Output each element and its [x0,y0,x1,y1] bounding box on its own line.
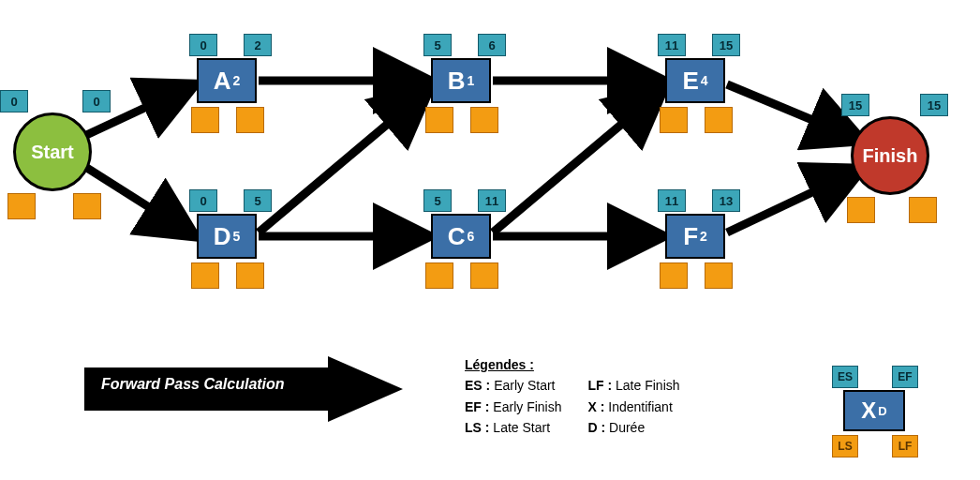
node-b-ls [425,107,453,133]
node-a: A 2 [197,58,257,103]
node-d-ef: 5 [244,189,272,212]
node-finish: Finish [851,116,929,195]
forward-pass-label: Forward Pass Calculation [101,376,285,393]
node-d-lf [236,262,264,289]
leg-x: X : Indentifiant [587,397,679,417]
edge-c-e [493,89,663,232]
node-c: C 6 [431,214,491,259]
node-finish-label: Finish [863,145,918,167]
node-a-duration: 2 [232,73,240,88]
node-f-duration: 2 [700,229,707,244]
node-a-ls [191,107,219,133]
node-f-label: F [683,224,698,248]
legend-sample-name: X [861,398,876,424]
legend-sample-duration: D [878,404,886,418]
legend-sample-ls: LS [832,435,858,458]
node-a-es: 0 [189,34,217,56]
node-b: B 1 [431,58,491,103]
edge-d-b [259,89,429,232]
node-f-es: 11 [658,189,686,212]
node-b-es: 5 [423,34,452,56]
node-d-ls [191,262,219,289]
node-f-ls [660,262,688,289]
node-e-duration: 4 [701,73,708,88]
node-b-ef: 6 [478,34,506,56]
node-finish-ls [847,197,875,223]
node-e-lf [705,107,733,133]
node-e-ef: 15 [712,34,740,56]
node-e: E 4 [665,58,725,103]
legend: Légendes : ES : Early Start EF : Early F… [465,354,680,439]
node-a-ef: 2 [244,34,272,56]
node-finish-ef: 15 [920,94,948,116]
node-c-label: C [448,224,466,248]
node-e-label: E [682,68,698,93]
leg-ls: LS : Late Start [465,417,561,438]
node-start-label: Start [31,142,74,163]
node-d-duration: 5 [232,229,240,244]
legend-sample-es: ES [832,366,858,388]
node-d: D 5 [197,214,257,259]
node-d-label: D [214,224,231,248]
node-b-lf [470,107,498,133]
leg-d: D : Durée [587,417,679,438]
leg-es: ES : Early Start [465,375,561,396]
node-b-duration: 1 [467,73,474,88]
node-f: F 2 [665,214,725,259]
node-finish-lf [909,197,937,223]
node-c-es: 5 [423,189,452,212]
node-a-label: A [214,68,231,93]
node-c-ls [425,262,453,289]
node-finish-es: 15 [841,94,869,116]
node-start-ef: 0 [82,90,111,112]
node-d-es: 0 [189,189,217,212]
node-e-ls [660,107,688,133]
node-start: Start [13,112,92,191]
leg-ef: EF : Early Finish [465,397,561,417]
node-c-lf [470,262,498,289]
node-a-lf [236,107,264,133]
node-f-ef: 13 [712,189,740,212]
legend-sample-node: X D [843,390,905,431]
legend-sample-lf: LF [892,435,918,458]
leg-lf: LF : Late Finish [587,375,679,396]
node-c-ef: 11 [478,189,506,212]
node-start-ls [7,193,36,219]
node-e-es: 11 [658,34,686,56]
node-c-duration: 6 [467,229,474,244]
node-start-es: 0 [0,90,28,112]
node-b-label: B [448,68,466,93]
edge-f-finish [727,169,862,232]
node-start-lf [73,193,101,219]
legend-sample-ef: EF [892,366,918,388]
node-f-lf [705,262,733,289]
legend-title: Légendes : [465,354,680,375]
